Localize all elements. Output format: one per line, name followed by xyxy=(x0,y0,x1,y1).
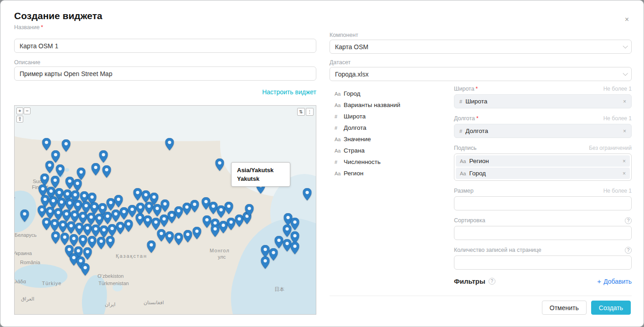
map-marker-pin[interactable] xyxy=(191,200,199,212)
map-marker-pin[interactable] xyxy=(161,199,170,212)
map-marker-pin[interactable] xyxy=(73,179,82,191)
map-marker-pin[interactable] xyxy=(227,218,236,230)
map-marker-pin[interactable] xyxy=(62,139,71,152)
map-marker-pin[interactable] xyxy=(67,221,76,234)
map-marker-pin[interactable] xyxy=(261,256,270,269)
map-marker-pin[interactable] xyxy=(144,215,152,228)
map-marker-pin[interactable] xyxy=(291,218,299,230)
map-marker-pin[interactable] xyxy=(92,163,100,175)
map-marker-pin[interactable] xyxy=(106,236,115,248)
map-marker-pin[interactable] xyxy=(112,209,120,222)
map-marker-pin[interactable] xyxy=(46,207,55,219)
field-list-item[interactable]: AaВарианты названий xyxy=(335,99,448,111)
name-input[interactable] xyxy=(14,39,316,53)
remove-icon[interactable]: × xyxy=(623,158,626,164)
map-marker-pin[interactable] xyxy=(88,236,97,248)
field-list-item[interactable]: #Широта xyxy=(335,111,448,122)
latitude-field[interactable]: # Широта × xyxy=(454,94,632,108)
description-input[interactable] xyxy=(14,66,316,81)
remove-icon[interactable]: × xyxy=(623,98,626,105)
field-list-item[interactable]: AaРегион xyxy=(335,168,448,179)
map-marker-pin[interactable] xyxy=(103,165,111,178)
remove-icon[interactable]: × xyxy=(623,170,626,177)
map-marker-pin[interactable] xyxy=(61,233,69,245)
map-marker-pin[interactable] xyxy=(42,218,51,230)
map-marker-pin[interactable] xyxy=(211,225,220,237)
add-filter-link[interactable]: + Добавить xyxy=(597,277,632,285)
map-marker-pin[interactable] xyxy=(83,224,92,236)
field-list-item[interactable]: AaГород xyxy=(335,88,448,99)
caption-chip[interactable]: Aa Регион × xyxy=(456,155,630,167)
map-marker-pin[interactable] xyxy=(165,138,174,150)
map-marker-pin[interactable] xyxy=(124,220,133,232)
field-list-item[interactable]: #Долгота xyxy=(335,122,448,133)
map-marker-pin[interactable] xyxy=(97,237,106,249)
map-marker-pin[interactable] xyxy=(165,231,174,244)
map-marker-pin[interactable] xyxy=(193,227,201,239)
field-list-item[interactable]: AaСтрана xyxy=(335,145,448,156)
map-marker-pin[interactable] xyxy=(75,223,84,235)
map-marker-pin[interactable] xyxy=(114,195,123,207)
map-marker-pin[interactable] xyxy=(261,245,270,257)
field-list-item[interactable]: #Численность xyxy=(335,156,448,168)
map-marker-pin[interactable] xyxy=(66,199,74,211)
map-marker-pin[interactable] xyxy=(62,209,71,222)
map-marker-pin[interactable] xyxy=(95,214,104,226)
map-marker-pin[interactable] xyxy=(145,202,154,214)
map-marker-pin[interactable] xyxy=(203,215,211,228)
map-marker-pin[interactable] xyxy=(70,234,78,246)
map-marker-pin[interactable] xyxy=(147,240,156,253)
map-marker-pin[interactable] xyxy=(42,138,51,150)
map-marker-pin[interactable] xyxy=(92,225,100,237)
map-marker-pin[interactable] xyxy=(245,204,254,216)
map-marker-pin[interactable] xyxy=(99,150,108,163)
map-marker-pin[interactable] xyxy=(87,213,96,225)
configure-widget-link[interactable]: Настроить виджет xyxy=(262,88,316,96)
map-preview[interactable]: SverigeSuomiFinlandБеларусьУкраинаRomâni… xyxy=(14,105,316,315)
map-marker-pin[interactable] xyxy=(103,212,112,224)
map-marker-pin[interactable] xyxy=(303,188,312,200)
map-marker-pin[interactable] xyxy=(116,222,125,234)
caption-chip[interactable]: Aa Город × xyxy=(456,168,630,179)
map-marker-pin[interactable] xyxy=(79,212,88,224)
fit-bounds-button[interactable]: ⇧ xyxy=(16,116,23,123)
map-marker-pin[interactable] xyxy=(56,164,65,177)
map-marker-pin[interactable] xyxy=(120,207,129,220)
map-marker-pin[interactable] xyxy=(21,209,29,222)
cancel-button[interactable]: Отменить xyxy=(542,301,587,315)
map-marker-pin[interactable] xyxy=(52,231,60,244)
map-marker-pin[interactable] xyxy=(46,161,54,173)
sort-input[interactable] xyxy=(454,226,632,240)
caption-field[interactable]: Aa Регион × Aa Город × xyxy=(454,153,632,181)
dataset-select[interactable]: Города.xlsx xyxy=(330,67,632,81)
map-marker-pin[interactable] xyxy=(51,176,60,188)
kebab-menu-icon[interactable]: ⋮ xyxy=(306,108,314,116)
map-marker-pin[interactable] xyxy=(157,229,166,241)
map-marker-pin[interactable] xyxy=(225,202,233,214)
component-select[interactable]: Карта OSM xyxy=(330,40,632,54)
help-icon[interactable]: ? xyxy=(489,278,495,285)
map-marker-pin[interactable] xyxy=(175,233,183,245)
zoom-in-button[interactable]: + xyxy=(16,107,23,114)
map-marker-pin[interactable] xyxy=(38,205,46,218)
map-marker-pin[interactable] xyxy=(134,188,142,200)
map-marker-pin[interactable] xyxy=(54,208,63,220)
map-marker-pin[interactable] xyxy=(275,236,283,248)
map-marker-pin[interactable] xyxy=(269,248,278,261)
field-list-item[interactable]: AaЗначение xyxy=(335,133,448,145)
map-marker-pin[interactable] xyxy=(77,168,86,180)
longitude-field[interactable]: # Долгота × xyxy=(454,124,632,138)
map-marker-pin[interactable] xyxy=(142,190,150,203)
map-marker-pin[interactable] xyxy=(71,210,79,223)
map-marker-pin[interactable] xyxy=(41,174,49,186)
sort-icon[interactable]: ⇅ xyxy=(297,108,305,116)
size-input[interactable] xyxy=(454,196,632,210)
map-marker-pin[interactable] xyxy=(291,242,299,254)
page-size-input[interactable] xyxy=(454,255,632,270)
help-icon[interactable]: ? xyxy=(625,247,632,254)
map-marker-pin[interactable] xyxy=(108,224,117,236)
map-marker-pin[interactable] xyxy=(152,218,160,230)
map-marker-pin[interactable] xyxy=(184,230,192,242)
map-marker-pin[interactable] xyxy=(175,206,183,219)
map-marker-pin[interactable] xyxy=(216,158,224,171)
